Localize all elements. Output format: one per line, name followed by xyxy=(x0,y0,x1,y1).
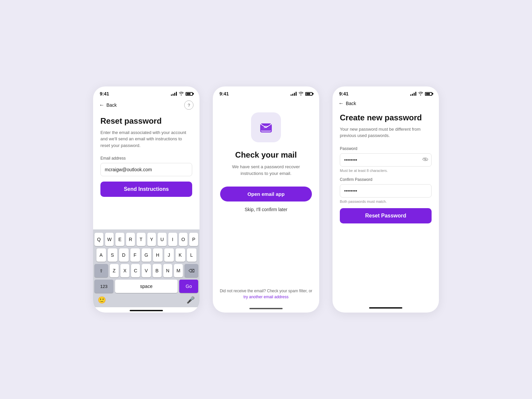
time-3: 9:41 xyxy=(339,91,348,96)
phones-container: 9:41 ← Back ? xyxy=(93,86,439,313)
mic-icon[interactable]: 🎤 xyxy=(187,296,195,304)
confirm-hint: Both passwords must match. xyxy=(340,200,432,203)
key-l[interactable]: L xyxy=(187,248,197,262)
key-shift[interactable]: ⇧ xyxy=(94,264,108,277)
key-y[interactable]: Y xyxy=(147,233,156,246)
phone-check-mail: 9:41 xyxy=(213,86,319,313)
confirm-password-input[interactable] xyxy=(340,184,432,198)
reset-subtitle: Enter the email associated with your acc… xyxy=(100,129,192,149)
battery-icon-2 xyxy=(305,92,313,96)
keyboard-bottom: 🙂 🎤 xyxy=(94,295,198,305)
status-bar-3: 9:41 xyxy=(332,86,439,99)
key-s[interactable]: S xyxy=(108,248,117,262)
status-icons-2 xyxy=(291,91,313,96)
key-e[interactable]: E xyxy=(115,233,124,246)
send-instructions-button[interactable]: Send Instructions xyxy=(100,182,192,197)
check-mail-title: Check your mail xyxy=(220,150,312,160)
key-k[interactable]: K xyxy=(176,248,185,262)
password-input[interactable] xyxy=(340,153,432,167)
key-u[interactable]: U xyxy=(158,233,167,246)
reset-title: Reset password xyxy=(100,116,192,126)
home-indicator-1 xyxy=(130,310,163,311)
key-v[interactable]: V xyxy=(142,264,151,277)
signal-bars-3 xyxy=(410,92,416,96)
key-r[interactable]: R xyxy=(126,233,135,246)
key-a[interactable]: A xyxy=(96,248,106,262)
key-i[interactable]: I xyxy=(168,233,177,246)
key-z[interactable]: Z xyxy=(110,264,119,277)
key-q[interactable]: Q xyxy=(94,233,103,246)
help-icon-1: ? xyxy=(188,103,190,108)
key-d[interactable]: D xyxy=(119,248,129,262)
status-bar-2: 9:41 xyxy=(213,86,319,99)
phone1-content: Reset password Enter the email associate… xyxy=(93,113,200,229)
key-backspace[interactable]: ⌫ xyxy=(185,264,198,277)
key-g[interactable]: G xyxy=(142,248,151,262)
key-x[interactable]: X xyxy=(120,264,129,277)
create-password-subtitle: Your new password must be different from… xyxy=(340,126,432,139)
battery-icon-3 xyxy=(425,92,432,96)
keyboard: Q W E R T Y U I O P A S D F G H J K L xyxy=(93,229,200,307)
home-indicator-3 xyxy=(369,307,402,309)
key-f[interactable]: F xyxy=(130,248,140,262)
wifi-icon-2 xyxy=(298,91,304,96)
key-b[interactable]: B xyxy=(153,264,162,277)
back-button-3[interactable]: ← Back xyxy=(338,100,356,106)
key-w[interactable]: W xyxy=(105,233,114,246)
confirm-password-label: Confirm Password xyxy=(340,177,432,182)
battery-icon-1 xyxy=(186,92,193,96)
keyboard-row-4: 123 space Go xyxy=(94,280,198,293)
key-m[interactable]: M xyxy=(174,264,183,277)
phone-create-password: 9:41 ← Back Creat xyxy=(332,86,439,313)
key-c[interactable]: C xyxy=(131,264,140,277)
check-mail-subtitle: We have sent a password recover instruct… xyxy=(220,164,312,177)
key-t[interactable]: T xyxy=(137,233,146,246)
back-label-3: Back xyxy=(346,101,356,106)
mail-icon-bg xyxy=(251,112,281,142)
reset-password-button[interactable]: Reset Password xyxy=(340,208,432,223)
signal-bars-1 xyxy=(171,92,177,96)
password-label: Password xyxy=(340,146,432,151)
footer-prefix: Did not receive the email? Check your sp… xyxy=(220,289,312,293)
status-bar-1: 9:41 xyxy=(93,86,200,99)
key-go[interactable]: Go xyxy=(179,280,198,293)
nav-bar-3: ← Back xyxy=(332,99,439,110)
nav-bar-1: ← Back ? xyxy=(93,99,200,113)
back-button-1[interactable]: ← Back xyxy=(99,102,117,108)
footer-text: Did not receive the email? Check your sp… xyxy=(213,283,319,305)
help-button-1[interactable]: ? xyxy=(184,100,194,110)
key-numbers[interactable]: 123 xyxy=(94,280,113,293)
time-1: 9:41 xyxy=(100,91,109,96)
password-hint: Must be at least 8 characters. xyxy=(340,169,432,173)
open-email-button[interactable]: Open email app xyxy=(220,187,312,201)
try-another-email-link[interactable]: try another email address xyxy=(243,295,288,299)
back-label-1: Back xyxy=(106,102,117,108)
email-input[interactable] xyxy=(100,163,192,176)
key-h[interactable]: H xyxy=(153,248,163,262)
key-n[interactable]: N xyxy=(163,264,172,277)
keyboard-row-2: A S D F G H J K L xyxy=(94,248,198,262)
back-arrow-icon-1: ← xyxy=(99,102,104,108)
key-space[interactable]: space xyxy=(115,280,178,293)
status-icons-1 xyxy=(171,91,193,96)
time-2: 9:41 xyxy=(219,91,229,96)
key-p[interactable]: P xyxy=(189,233,198,246)
phone-reset-password: 9:41 ← Back ? xyxy=(93,86,200,313)
email-label: Email address xyxy=(100,156,192,161)
confirm-field-wrapper xyxy=(340,184,432,198)
status-icons-3 xyxy=(410,91,432,96)
key-j[interactable]: J xyxy=(164,248,174,262)
svg-rect-2 xyxy=(264,126,268,127)
password-field-wrapper xyxy=(340,153,432,167)
phone3-content: Create new password Your new password mu… xyxy=(332,110,439,305)
home-indicator-2 xyxy=(249,308,283,309)
key-o[interactable]: O xyxy=(179,233,188,246)
mail-icon-container xyxy=(220,112,312,142)
emoji-icon[interactable]: 🙂 xyxy=(98,296,106,304)
create-password-title: Create new password xyxy=(340,113,432,123)
keyboard-row-1: Q W E R T Y U I O P xyxy=(94,233,198,246)
eye-toggle-icon[interactable] xyxy=(422,157,428,163)
signal-bars-2 xyxy=(291,92,297,96)
back-arrow-icon-3: ← xyxy=(338,100,344,106)
skip-link[interactable]: Skip, I'll confirm later xyxy=(220,207,312,212)
